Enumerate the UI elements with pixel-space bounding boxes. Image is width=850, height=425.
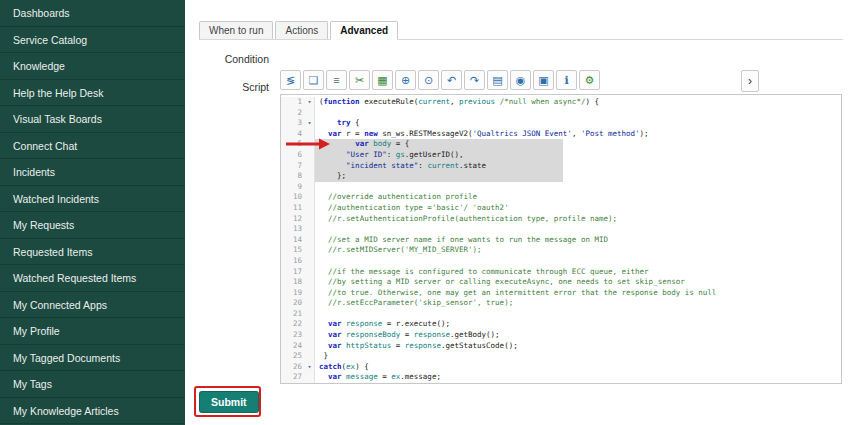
fold-gutter (305, 288, 315, 299)
sidebar-item-my-tagged-documents[interactable]: My Tagged Documents (0, 345, 185, 372)
code-line[interactable]: 15 //r.setMIDServer('MY_MID_SERVER'); (281, 245, 841, 256)
code-line[interactable]: 13 (281, 224, 841, 235)
code-line[interactable]: 5▾ var body = { (281, 139, 841, 150)
tab-actions[interactable]: Actions (275, 21, 328, 39)
code-line[interactable]: 19 //to true. Otherwise, one may get an … (281, 288, 841, 299)
sidebar-item-watched-incidents[interactable]: Watched Incidents (0, 186, 185, 213)
fold-gutter (305, 330, 315, 341)
format-code-icon[interactable]: ≶ (280, 70, 301, 90)
code-line[interactable]: 8 }; (281, 171, 841, 182)
code-line[interactable]: 10 //override authentication profile (281, 192, 841, 203)
sidebar-item-dashboards[interactable]: Dashboards (0, 0, 185, 27)
code-text: } (315, 351, 328, 362)
code-line[interactable]: 3▾ try { (281, 118, 841, 129)
tab-advanced[interactable]: Advanced (330, 21, 398, 40)
code-line[interactable]: 22 var response = r.execute(); (281, 319, 841, 330)
code-text: var responseBody = response.getBody(); (315, 330, 500, 341)
sidebar-item-my-tags[interactable]: My Tags (0, 371, 185, 398)
comment-icon[interactable]: ❏ (303, 70, 324, 90)
code-text (315, 309, 319, 320)
sidebar-item-my-profile[interactable]: My Profile (0, 318, 185, 345)
code-text: //r.setMIDServer('MY_MID_SERVER'); (315, 245, 482, 256)
code-text: //r.setEccParameter('skip_sensor', true)… (315, 298, 513, 309)
line-number: 11 (281, 203, 305, 214)
code-line[interactable]: 2 (281, 108, 841, 119)
fold-gutter (305, 372, 315, 383)
editor-expand-button[interactable]: › (741, 70, 759, 92)
sidebar-item-my-connected-apps[interactable]: My Connected Apps (0, 292, 185, 319)
sidebar-item-service-catalog[interactable]: Service Catalog (0, 27, 185, 54)
line-number: 26 (281, 362, 305, 373)
code-line[interactable]: 27 var message = ex.message; (281, 372, 841, 383)
code-text: (function executeRule(current, previous … (315, 97, 599, 108)
fold-gutter (305, 192, 315, 203)
code-line[interactable]: 17 //if the message is configured to com… (281, 267, 841, 278)
line-number: 9 (281, 182, 305, 193)
format-lines-icon[interactable]: ≡ (326, 70, 347, 90)
sidebar-item-my-knowledge-articles[interactable]: My Knowledge Articles (0, 398, 185, 425)
code-fold-icon[interactable]: ▾ (305, 97, 315, 108)
code-text: //r.setAuthenticationProfile(authenticat… (315, 214, 617, 225)
condition-label: Condition (185, 53, 269, 65)
code-line[interactable]: 16 (281, 256, 841, 267)
search-icon[interactable]: ⊕ (395, 70, 416, 90)
code-line[interactable]: 1▾(function executeRule(current, previou… (281, 97, 841, 108)
sidebar-item-incidents[interactable]: Incidents (0, 159, 185, 186)
code-line[interactable]: 6 "User ID": gs.getUserID(), (281, 150, 841, 161)
sidebar-item-help-the-help-desk[interactable]: Help the Help Desk (0, 80, 185, 107)
code-lines: 1▾(function executeRule(current, previou… (281, 97, 841, 383)
sidebar-item-connect-chat[interactable]: Connect Chat (0, 133, 185, 160)
script-editor[interactable]: 1▾(function executeRule(current, previou… (280, 94, 842, 384)
redo-icon[interactable]: ↷ (464, 70, 485, 90)
sidebar-item-watched-requested-items[interactable]: Watched Requested Items (0, 265, 185, 292)
code-line[interactable]: 9 (281, 182, 841, 193)
code-text: //if the message is configured to commun… (315, 267, 649, 278)
submit-button[interactable]: Submit (199, 391, 259, 413)
settings-icon[interactable]: ⚙ (579, 70, 600, 90)
line-number: 19 (281, 288, 305, 299)
code-fold-icon[interactable]: ▾ (305, 362, 315, 373)
replace-icon[interactable]: ▦ (372, 70, 393, 90)
info-icon[interactable]: ℹ (556, 70, 577, 90)
code-line[interactable]: 18 //by setting a MID server or calling … (281, 277, 841, 288)
code-line[interactable]: 21 (281, 309, 841, 320)
fold-gutter (305, 108, 315, 119)
code-line[interactable]: 7 "incident state": current.state (281, 161, 841, 172)
line-number: 17 (281, 267, 305, 278)
line-number: 12 (281, 214, 305, 225)
line-number: 3 (281, 118, 305, 129)
code-line[interactable]: 26▾catch(ex) { (281, 362, 841, 373)
fold-gutter (305, 309, 315, 320)
cut-icon[interactable]: ✂ (349, 70, 370, 90)
code-text (315, 256, 319, 267)
code-fold-icon[interactable]: ▾ (305, 118, 315, 129)
code-line[interactable]: 11 //authentication type ='basic'/ 'oaut… (281, 203, 841, 214)
tab-when-to-run[interactable]: When to run (199, 21, 273, 39)
fold-gutter (305, 161, 315, 172)
line-number: 7 (281, 161, 305, 172)
sidebar-item-knowledge[interactable]: Knowledge (0, 53, 185, 80)
fold-gutter (305, 203, 315, 214)
find-next-icon[interactable]: ⊙ (418, 70, 439, 90)
script-preview-icon[interactable]: ▤ (487, 70, 508, 90)
sidebar-item-requested-items[interactable]: Requested Items (0, 239, 185, 266)
code-text: //to true. Otherwise, one may get an int… (315, 288, 716, 299)
code-line[interactable]: 4 var r = new sn_ws.RESTMessageV2('Qualt… (281, 129, 841, 140)
undo-icon[interactable]: ↶ (441, 70, 462, 90)
annotation-arrow (285, 137, 331, 151)
code-line[interactable]: 14 //set a MID server name if one wants … (281, 235, 841, 246)
code-line[interactable]: 24 var httpStatus = response.getStatusCo… (281, 341, 841, 352)
script-label: Script (185, 81, 269, 93)
code-line[interactable]: 12 //r.setAuthenticationProfile(authenti… (281, 214, 841, 225)
fold-gutter (305, 256, 315, 267)
globe-icon[interactable]: ◉ (510, 70, 531, 90)
code-text (315, 224, 319, 235)
code-line[interactable]: 20 //r.setEccParameter('skip_sensor', tr… (281, 298, 841, 309)
code-line[interactable]: 23 var responseBody = response.getBody()… (281, 330, 841, 341)
code-line[interactable]: 25 } (281, 351, 841, 362)
save-icon[interactable]: ▣ (533, 70, 554, 90)
sidebar-item-my-requests[interactable]: My Requests (0, 212, 185, 239)
tab-bar: When to runActionsAdvanced (199, 21, 843, 40)
sidebar-item-visual-task-boards[interactable]: Visual Task Boards (0, 106, 185, 133)
fold-gutter (305, 214, 315, 225)
